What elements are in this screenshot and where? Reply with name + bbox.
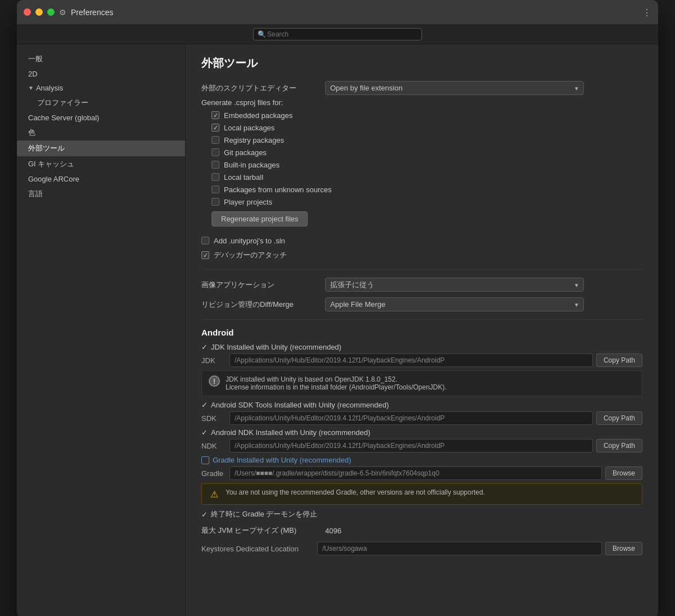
ndk-path-field: /Applications/Unity/Hub/Editor/2019.4.12… — [230, 439, 593, 452]
ndk-check-row: ✓ Android NDK Installed with Unity (reco… — [201, 428, 642, 437]
jvm-heap-row: 最大 JVM ヒープサイズ (MB) 4096 — [201, 524, 642, 537]
add-unityproj-checkbox[interactable] — [201, 237, 209, 244]
csproj-tarball-label: Local tarball — [224, 173, 263, 182]
minimize-button[interactable] — [35, 8, 43, 16]
csproj-builtin-label: Built-in packages — [224, 161, 280, 169]
search-icon: 🔍 — [258, 30, 266, 38]
jdk-path-field: /Applications/Unity/Hub/Editor/2019.4.12… — [230, 354, 593, 367]
gradle-path-row: Gradle /Users/■■■■/.gradle/wrapper/dists… — [201, 466, 642, 480]
csproj-unknown-label: Packages from unknown sources — [224, 185, 331, 194]
gradle-browse-button[interactable]: Browse — [605, 466, 642, 480]
csproj-embedded-checkbox[interactable] — [212, 111, 219, 119]
gradle-path-field: /Users/■■■■/.gradle/wrapper/dists/gradle… — [230, 466, 602, 480]
sidebar-item-color[interactable]: 色 — [17, 125, 185, 141]
keystores-path-field: /Users/sogawa — [317, 542, 602, 555]
search-bar: 🔍 — [17, 25, 658, 44]
sdk-check-label: Android SDK Tools Installed with Unity (… — [211, 401, 389, 409]
csproj-local-checkbox[interactable] — [212, 124, 219, 132]
csproj-git-row: Git packages — [201, 146, 642, 158]
script-editor-dropdown[interactable]: Open by file extension — [325, 81, 584, 95]
csproj-label: Generate .csproj files for: — [201, 98, 642, 107]
stop-gradle-row: ✓ 終了時に Gradle デーモンを停止 — [201, 509, 642, 519]
gradle-check-row: Gradle Installed with Unity (recommended… — [201, 456, 642, 464]
sidebar-item-analysis[interactable]: ▼ Analysis — [17, 81, 185, 95]
script-editor-label: 外部のスクリプトエディター — [201, 83, 325, 93]
divider-2 — [201, 319, 642, 320]
titlebar: ⚙ Preferences ⋮ — [17, 0, 658, 25]
ndk-check-label: Android NDK Installed with Unity (recomm… — [211, 428, 370, 437]
regenerate-button[interactable]: Regenerate project files — [212, 211, 308, 227]
title-area: ⚙ Preferences — [59, 8, 113, 17]
csproj-player-label: Player projects — [224, 198, 272, 206]
sidebar: 一般 2D ▼ Analysis プロファイラー Cache Server (g… — [17, 44, 186, 616]
debugger-checkbox[interactable] — [201, 251, 209, 259]
csproj-registry-row: Registry packages — [201, 134, 642, 146]
gradle-checkbox[interactable] — [201, 456, 209, 464]
csproj-section: Generate .csproj files for: Embedded pac… — [201, 98, 642, 230]
debugger-row: デバッガーのアタッチ — [201, 249, 642, 261]
csproj-unknown-checkbox[interactable] — [212, 185, 219, 193]
jdk-check-label: JDK Installed with Unity (recommended) — [211, 343, 341, 351]
sdk-path-field: /Applications/Unity/Hub/Editor/2019.4.12… — [230, 411, 593, 425]
csproj-git-checkbox[interactable] — [212, 148, 219, 156]
revision-dropdown-wrap: Apple File Merge ▼ — [325, 297, 584, 311]
image-app-dropdown[interactable]: 拡張子に従う — [325, 278, 584, 292]
analysis-label: ▼ Analysis — [28, 84, 174, 92]
traffic-lights — [24, 8, 55, 16]
csproj-local-label: Local packages — [224, 124, 274, 132]
close-button[interactable] — [24, 8, 31, 16]
android-title: Android — [201, 328, 642, 337]
revision-dropdown[interactable]: Apple File Merge — [325, 297, 584, 311]
csproj-embedded-label: Embedded packages — [224, 111, 292, 120]
add-unityproj-label: Add .unityproj's to .sln — [214, 237, 285, 245]
ndk-check-mark: ✓ — [201, 428, 208, 437]
sidebar-item-google-arcore[interactable]: Google ARCore — [17, 172, 185, 186]
add-unityproj-row: Add .unityproj's to .sln — [201, 234, 642, 247]
csproj-local-row: Local packages — [201, 121, 642, 134]
keystores-browse-button[interactable]: Browse — [605, 542, 642, 555]
csproj-tarball-row: Local tarball — [201, 171, 642, 183]
page-title: 外部ツール — [201, 56, 642, 71]
search-input[interactable] — [253, 28, 422, 40]
gradle-warn-box: ⚠ You are not using the recommended Grad… — [201, 483, 642, 505]
csproj-registry-checkbox[interactable] — [212, 136, 219, 144]
more-options-icon[interactable]: ⋮ — [642, 7, 651, 17]
sidebar-item-profiler[interactable]: プロファイラー — [17, 95, 185, 111]
jdk-path-row: JDK /Applications/Unity/Hub/Editor/2019.… — [201, 354, 642, 367]
csproj-builtin-checkbox[interactable] — [212, 161, 219, 169]
maximize-button[interactable] — [47, 8, 55, 16]
sdk-path-row: SDK /Applications/Unity/Hub/Editor/2019.… — [201, 411, 642, 425]
sidebar-item-cache-server[interactable]: Cache Server (global) — [17, 111, 185, 125]
csproj-player-row: Player projects — [201, 196, 642, 208]
jdk-copy-path-button[interactable]: Copy Path — [596, 354, 642, 367]
csproj-builtin-row: Built-in packages — [201, 158, 642, 171]
sidebar-item-external-tools[interactable]: 外部ツール — [17, 141, 185, 156]
script-editor-dropdown-wrap: Open by file extension ▼ — [325, 81, 584, 95]
sidebar-item-2d[interactable]: 2D — [17, 67, 185, 81]
sdk-copy-path-button[interactable]: Copy Path — [596, 411, 642, 425]
gradle-check-label[interactable]: Gradle Installed with Unity (recommended… — [213, 456, 351, 464]
jdk-check-mark: ✓ — [201, 343, 208, 351]
sidebar-item-language[interactable]: 言語 — [17, 186, 185, 202]
jvm-heap-value: 4096 — [325, 527, 341, 535]
preferences-window: ⚙ Preferences ⋮ 🔍 一般 2D ▼ Analysis プロファイ… — [17, 0, 658, 616]
ndk-key-label: NDK — [201, 442, 226, 450]
sidebar-item-general[interactable]: 一般 — [17, 51, 185, 67]
sidebar-item-gi-cache[interactable]: GI キャッシュ — [17, 156, 185, 172]
csproj-registry-label: Registry packages — [224, 136, 284, 144]
revision-label: リビジョン管理のDiff/Merge — [201, 300, 325, 310]
sdk-check-row: ✓ Android SDK Tools Installed with Unity… — [201, 401, 642, 409]
ndk-copy-path-button[interactable]: Copy Path — [596, 439, 642, 452]
warning-icon: ⚠ — [209, 488, 220, 500]
gear-icon: ⚙ — [59, 8, 66, 17]
csproj-git-label: Git packages — [224, 148, 267, 157]
main-panel: 外部ツール 外部のスクリプトエディター Open by file extensi… — [186, 44, 658, 616]
stop-gradle-check-mark: ✓ — [201, 510, 208, 519]
keystores-row: Keystores Dedicated Location /Users/soga… — [201, 542, 642, 555]
csproj-unknown-row: Packages from unknown sources — [201, 183, 642, 196]
script-editor-row: 外部のスクリプトエディター Open by file extension ▼ — [201, 81, 642, 95]
gradle-warn-text: You are not using the recommended Gradle… — [226, 488, 485, 496]
debugger-label: デバッガーのアタッチ — [214, 250, 287, 260]
csproj-tarball-checkbox[interactable] — [212, 173, 219, 181]
csproj-player-checkbox[interactable] — [212, 198, 219, 206]
